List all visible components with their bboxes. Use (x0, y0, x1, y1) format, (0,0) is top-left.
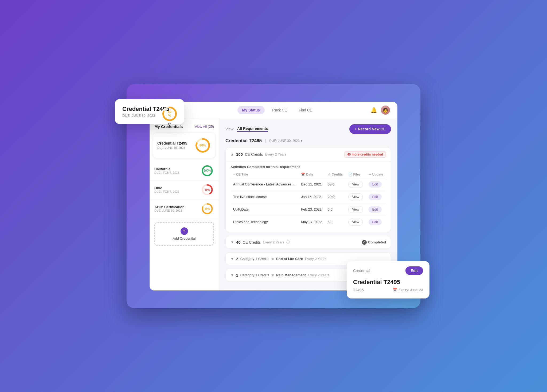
activity-date-4: May 07, 2022 (298, 216, 325, 228)
sidebar-item-ohio[interactable]: Ohio DUE : FEB 7, 2025 40% (150, 180, 219, 199)
sidebar-item-abim[interactable]: ABIM Certification DUE: JUNE 30, 2023 80… (150, 199, 219, 218)
col-title: ≡CE Title (230, 171, 298, 178)
header-actions: 🔔 🧑 (370, 106, 390, 115)
activity-credits-4: 5.0 (325, 216, 346, 228)
sidebar-main-credential[interactable]: Credential T2495 DUE: JUNE 30, 2023 80% (153, 133, 216, 158)
table-row: Annual Conference - Latest Advances ... … (230, 178, 386, 191)
req-40-count: 40 (236, 240, 241, 244)
edit-button-3[interactable]: Edit (369, 206, 382, 213)
cred-ohio-due: DUE : FEB 7, 2025 (154, 190, 179, 193)
main-cred-pct: 80% (200, 144, 206, 147)
sub-req-eol-in: in (271, 257, 274, 261)
credits-needed-badge: 40 more credits needed (344, 151, 386, 158)
view-all-link[interactable]: View All (25) (195, 125, 214, 129)
abim-donut: 80% (201, 202, 214, 215)
req-section-40: ▼ 40 CE Credits Every 2 Years ⓘ ✓ Comple… (225, 236, 391, 249)
credential-header: Credential T2495 | DUE: JUNE 30, 2023 ▾ (225, 138, 391, 143)
credential-main-title: Credential T2495 (225, 138, 262, 143)
floating-cred-name: Credential T2495 (353, 279, 423, 286)
sidebar: My Credentials View All (25) Credential … (150, 119, 219, 290)
activity-date-2: Jan 15, 2022 (298, 191, 325, 203)
req-40-freq: Every 2 Years (263, 240, 284, 244)
table-row: UpToDate Feb 23, 2022 5.0 View Edit (230, 203, 386, 216)
cred-california-name: California (154, 167, 179, 171)
activity-title-4: Ethics and Technology (230, 216, 298, 228)
cred-abim-due: DUE: JUNE 30, 2023 (154, 209, 185, 212)
add-credential-label: Add Credential (173, 236, 196, 240)
view-bar: View: All Requirements + Record New CE (225, 124, 391, 134)
avatar[interactable]: 🧑 (381, 106, 390, 115)
floating-card-credential: 80 % 20 credits left Credential T2495 DU… (115, 99, 184, 124)
floating-card-right: Credential Edit Credential T2495 T2495 📅… (347, 261, 429, 298)
edit-button-2[interactable]: Edit (369, 194, 382, 200)
view-button-2[interactable]: View (348, 193, 363, 200)
nav-tab-mystatus[interactable]: My Status (237, 106, 265, 114)
table-row: The live ethics course Jan 15, 2022 20.0… (230, 191, 386, 203)
view-button-4[interactable]: View (348, 219, 363, 226)
record-new-ce-button[interactable]: + Record New CE (349, 124, 391, 134)
col-date: 📅Date (298, 171, 325, 178)
activity-title-3: UpToDate (230, 203, 298, 216)
activity-credits-2: 20.0 (325, 191, 346, 203)
sub-req-eol-count: 2 (236, 257, 238, 261)
completed-badge: ✓ Completed (362, 240, 386, 245)
completed-check-icon: ✓ (362, 240, 367, 245)
edit-button-4[interactable]: Edit (369, 219, 382, 225)
nav-tab-trackce[interactable]: Track CE (267, 106, 292, 114)
sidebar-item-california[interactable]: California DUE : FEB 7, 2025 100% (150, 161, 219, 180)
activity-credits-1: 30.0 (325, 178, 346, 191)
activity-date-1: Dec 11, 2021 (298, 178, 325, 191)
activity-credits-3: 5.0 (325, 203, 346, 216)
chevron-down-eol: ▼ (230, 257, 234, 261)
main-cred-due: DUE: JUNE 30, 2023 (157, 146, 187, 149)
activity-title-2: The live ethics course (230, 191, 298, 203)
sub-req-eol-type: Category 1 Credits (240, 257, 269, 261)
chevron-down-icon: ▾ (301, 139, 302, 143)
req-100-count: 100 (236, 152, 243, 157)
sidebar-header: My Credentials View All (25) (150, 124, 219, 133)
edit-button-1[interactable]: Edit (369, 181, 382, 188)
add-credential-button[interactable]: + Add Credential (154, 222, 214, 246)
main-cred-donut: 80% (194, 137, 211, 154)
bell-icon[interactable]: 🔔 (370, 107, 377, 113)
nav-tab-findce[interactable]: Find CE (294, 106, 317, 114)
req-section-40-header[interactable]: ▼ 40 CE Credits Every 2 Years ⓘ ✓ Comple… (226, 236, 391, 249)
floating-edit-button[interactable]: Edit (405, 266, 423, 275)
table-row: Ethics and Technology May 07, 2022 5.0 V… (230, 216, 386, 228)
completed-text: Completed (368, 240, 386, 244)
col-credits: ☆Credits (325, 171, 346, 178)
avatar-placeholder: 🧑 (381, 106, 390, 115)
req-100-freq: Every 2 Years (265, 152, 287, 156)
app-header: CE CE App My Status Track CE Find CE 🔔 🧑 (150, 102, 397, 119)
view-button-3[interactable]: View (348, 206, 363, 213)
activities-table: ≡CE Title 📅Date ☆Credits 📄Files ✏Update (230, 171, 386, 228)
cred-california-due: DUE : FEB 7, 2025 (154, 171, 179, 174)
floating-pct: 80 (168, 110, 171, 114)
chevron-up-icon: ▲ (230, 152, 234, 156)
req-40-type: CE Credits (243, 240, 261, 244)
sub-req-pain-in: in (271, 273, 274, 277)
view-button-1[interactable]: View (348, 181, 363, 188)
ohio-donut: 40% (201, 183, 214, 196)
view-option[interactable]: All Requirements (237, 126, 268, 132)
sub-req-eol-freq: Every 2 Years (305, 257, 326, 261)
credential-main-due: DUE: JUNE 30, 2023 ▾ (269, 139, 302, 143)
activities-section: Activities Completed for this Requiremen… (226, 161, 391, 232)
sub-req-pain-freq: Every 2 Years (308, 273, 329, 277)
info-icon-40: ⓘ (286, 240, 290, 245)
sub-req-pain-count: 1 (236, 273, 238, 277)
floating-expiry: Expiry: June '23 (398, 288, 423, 292)
sub-req-pain-type: Category 1 Credits (240, 273, 269, 277)
req-section-100-header[interactable]: ▲ 100 CE Credits Every 2 Years 40 more c… (226, 148, 391, 161)
activity-title-1: Annual Conference - Latest Advances ... (230, 178, 298, 191)
add-plus-icon: + (181, 227, 188, 235)
main-cred-name: Credential T2495 (157, 141, 187, 145)
credits-left-label: credits left (161, 126, 178, 129)
calendar-icon: 📅 (393, 288, 397, 292)
view-label: View: (225, 127, 235, 131)
col-files: 📄Files (346, 171, 366, 178)
credits-left-val: 20 (161, 123, 178, 126)
sub-req-pain-area: Pain Management (276, 273, 306, 277)
nav-tabs: My Status Track CE Find CE (237, 106, 317, 114)
floating-cred-id: T2495 (353, 288, 364, 292)
